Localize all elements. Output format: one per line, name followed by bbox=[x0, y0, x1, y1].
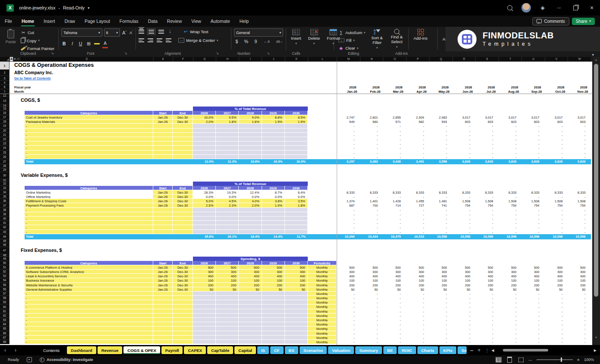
start-cell[interactable] bbox=[153, 225, 173, 229]
cell[interactable]: 8,333 bbox=[429, 190, 452, 195]
cell[interactable]: - bbox=[406, 336, 429, 340]
cell[interactable]: - bbox=[521, 300, 545, 304]
cell[interactable]: - bbox=[521, 221, 545, 225]
row-header-62[interactable]: 62 bbox=[0, 314, 9, 318]
cell[interactable]: - bbox=[383, 146, 406, 150]
year-value-cell[interactable]: 100 bbox=[239, 278, 262, 282]
row-header-57[interactable]: 57 bbox=[0, 292, 9, 296]
cell[interactable]: - bbox=[337, 208, 360, 212]
year-value-cell[interactable]: 400 bbox=[193, 274, 216, 278]
row-header-52[interactable]: 52 bbox=[0, 270, 9, 274]
year-value-cell[interactable] bbox=[239, 133, 262, 137]
year-value-cell[interactable]: 400 bbox=[285, 274, 308, 278]
cell[interactable]: - bbox=[568, 208, 591, 212]
cell[interactable]: - bbox=[499, 137, 522, 141]
year-value-cell[interactable]: 300 bbox=[262, 270, 285, 274]
year-value-cell[interactable] bbox=[239, 340, 262, 344]
row-header-67[interactable]: 67 bbox=[0, 336, 9, 340]
cell[interactable]: - bbox=[337, 340, 360, 344]
decrease-indent-button[interactable] bbox=[157, 38, 162, 42]
year-value-cell[interactable] bbox=[262, 212, 285, 217]
periodicity-cell[interactable]: Monthly bbox=[308, 274, 337, 278]
cell[interactable]: 3,556 bbox=[429, 159, 452, 164]
end-cell[interactable] bbox=[173, 322, 193, 326]
year-value-cell[interactable] bbox=[216, 304, 239, 309]
year-value-cell[interactable] bbox=[216, 124, 239, 128]
periodicity-cell[interactable]: Monthly bbox=[308, 265, 337, 270]
end-cell[interactable] bbox=[173, 304, 193, 309]
grow-font-button[interactable]: A^ bbox=[122, 30, 127, 35]
column-header-E[interactable]: E bbox=[154, 57, 173, 61]
cell[interactable]: - bbox=[499, 318, 522, 322]
start-cell[interactable]: Jan-26 bbox=[153, 203, 173, 207]
cell[interactable]: - bbox=[521, 296, 545, 300]
year-value-cell[interactable] bbox=[216, 155, 239, 159]
cell[interactable]: - bbox=[360, 151, 383, 155]
year-value-cell[interactable] bbox=[239, 331, 262, 336]
year-value-cell[interactable] bbox=[262, 133, 285, 137]
insert-cells-button[interactable]: Insert ▾ bbox=[289, 28, 303, 46]
year-value-cell[interactable] bbox=[216, 151, 239, 155]
year-value-cell[interactable]: 9.0% bbox=[239, 115, 262, 119]
cell[interactable]: - bbox=[521, 336, 545, 340]
increase-indent-button[interactable] bbox=[166, 38, 171, 42]
font-size-select[interactable]: 8 ▾ bbox=[104, 28, 120, 37]
cell[interactable]: 3,017 bbox=[545, 115, 568, 119]
cell[interactable]: 2026 bbox=[568, 85, 591, 89]
periodicity-cell[interactable]: Monthly bbox=[308, 296, 337, 300]
year-value-cell[interactable] bbox=[193, 146, 216, 150]
cell[interactable]: - bbox=[545, 336, 568, 340]
cell[interactable]: 603 bbox=[545, 119, 568, 124]
cell[interactable]: - bbox=[452, 225, 476, 229]
cell[interactable]: 687 bbox=[337, 203, 360, 207]
row-header-25[interactable]: 25 bbox=[0, 151, 9, 155]
end-cell[interactable]: Dec-30 bbox=[173, 287, 193, 292]
cell[interactable]: - bbox=[499, 225, 522, 229]
end-cell[interactable] bbox=[173, 225, 193, 229]
cell[interactable]: - bbox=[452, 292, 476, 296]
cell[interactable]: - bbox=[475, 331, 499, 336]
shrink-font-button[interactable]: Aˇ bbox=[129, 30, 134, 35]
year-value-cell[interactable] bbox=[239, 309, 262, 314]
cell[interactable]: 10,596 bbox=[499, 234, 522, 239]
cell[interactable]: 400 bbox=[406, 274, 429, 278]
cut-button[interactable]: ✂ Cut bbox=[19, 29, 56, 36]
cell[interactable]: 100 bbox=[499, 278, 522, 282]
row-header-37[interactable]: 37 bbox=[0, 203, 9, 207]
cell[interactable]: 200 bbox=[475, 283, 499, 287]
cell[interactable]: 8,333 bbox=[545, 190, 568, 195]
cell[interactable]: Sep-26 bbox=[521, 89, 545, 94]
wrap-text-button[interactable]: ↩ Wrap Text bbox=[181, 28, 210, 35]
end-cell[interactable] bbox=[173, 309, 193, 314]
year-value-cell[interactable] bbox=[239, 304, 262, 309]
cell[interactable]: - bbox=[499, 292, 522, 296]
ribbon-tab-help[interactable]: Help bbox=[235, 16, 254, 27]
cell[interactable]: - bbox=[383, 129, 406, 133]
cell[interactable]: - bbox=[545, 221, 568, 225]
cell[interactable]: - bbox=[383, 300, 406, 304]
periodicity-cell[interactable]: Monthly bbox=[308, 304, 337, 309]
cell[interactable]: 100 bbox=[337, 278, 360, 282]
cell[interactable]: - bbox=[360, 318, 383, 322]
year-value-cell[interactable] bbox=[216, 208, 239, 212]
year-value-cell[interactable]: 2.5% bbox=[193, 203, 216, 207]
year-value-cell[interactable] bbox=[239, 129, 262, 133]
italic-button[interactable]: I bbox=[69, 41, 75, 46]
year-value-cell[interactable] bbox=[239, 124, 262, 128]
cell[interactable]: 400 bbox=[499, 274, 522, 278]
row-header-32[interactable]: 32 bbox=[0, 182, 9, 186]
category-cell[interactable]: - bbox=[25, 221, 153, 225]
cell[interactable]: 8,333 bbox=[452, 190, 476, 195]
clear-button[interactable]: ◆ Clear ▾ bbox=[337, 45, 367, 51]
zoom-slider[interactable] bbox=[537, 359, 573, 360]
search-button[interactable] bbox=[502, 0, 518, 16]
start-cell[interactable] bbox=[153, 340, 173, 344]
cell[interactable]: 8,333 bbox=[475, 190, 499, 195]
year-value-cell[interactable]: 50 bbox=[216, 287, 239, 292]
year-value-cell[interactable] bbox=[262, 225, 285, 229]
cell[interactable]: - bbox=[499, 326, 522, 331]
year-value-cell[interactable] bbox=[262, 300, 285, 304]
cell[interactable]: - bbox=[475, 336, 499, 340]
cell[interactable]: - bbox=[568, 314, 591, 318]
cell[interactable]: Feb-26 bbox=[360, 89, 383, 94]
